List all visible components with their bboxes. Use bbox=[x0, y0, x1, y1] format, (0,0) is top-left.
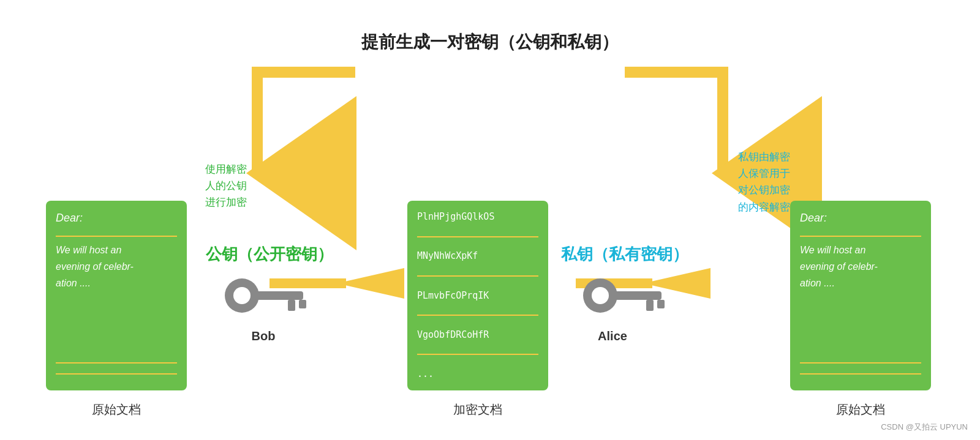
doc-left-label: 原始文档 bbox=[46, 401, 187, 418]
svg-rect-15 bbox=[657, 300, 665, 308]
page-title: 提前生成一对密钥（公钥和私钥） bbox=[361, 31, 619, 54]
enc-sep-3 bbox=[417, 315, 538, 316]
doc-right-line3 bbox=[800, 373, 921, 375]
enc-sep-1 bbox=[417, 236, 538, 237]
svg-rect-9 bbox=[288, 300, 295, 311]
enc-card: PlnHPjghGQlkOS MNyNhWcXpKf PLmvbFcOPrqIK… bbox=[407, 201, 548, 390]
alice-label: Alice bbox=[564, 329, 662, 343]
doc-right-line2 bbox=[800, 362, 921, 364]
svg-rect-5 bbox=[576, 278, 652, 288]
private-key-label: 私钥（私有密钥） bbox=[551, 244, 698, 265]
bob-label: Bob bbox=[214, 329, 312, 343]
enc-label: 加密文档 bbox=[407, 401, 548, 418]
enc-line-2: MNyNhWcXpKf bbox=[417, 248, 538, 264]
enc-line-5: ... bbox=[417, 367, 434, 382]
diagram-area: Dear: We will host anevening of celebr-a… bbox=[12, 66, 968, 421]
watermark: CSDN @又拍云 UPYUN bbox=[881, 422, 968, 433]
doc-right-dear: Dear: bbox=[800, 212, 921, 225]
svg-rect-14 bbox=[646, 300, 654, 311]
svg-rect-8 bbox=[254, 291, 303, 300]
doc-card-left: Dear: We will host anevening of celebr-a… bbox=[46, 201, 187, 390]
svg-point-12 bbox=[592, 287, 609, 304]
doc-left-line1 bbox=[56, 236, 177, 237]
svg-rect-10 bbox=[299, 300, 306, 308]
doc-left-line2 bbox=[56, 362, 177, 364]
annot-right: 私钥由解密人保管用于对公钥加密的内容解密 bbox=[738, 149, 790, 215]
doc-left-line3 bbox=[56, 373, 177, 375]
doc-left-dear: Dear: bbox=[56, 212, 177, 225]
svg-point-7 bbox=[233, 287, 251, 304]
enc-line-3: PLmvbFcOPrqIK bbox=[417, 288, 538, 304]
annot-left: 使用解密人的公钥进行加密 bbox=[205, 161, 247, 211]
svg-marker-2 bbox=[337, 268, 404, 299]
svg-rect-3 bbox=[270, 278, 346, 288]
main-container: 提前生成一对密钥（公钥和私钥） bbox=[0, 0, 980, 440]
svg-rect-13 bbox=[612, 291, 662, 300]
svg-point-6 bbox=[225, 278, 259, 313]
enc-sep-4 bbox=[417, 354, 538, 355]
doc-card-right: Dear: We will host anevening of celebr-a… bbox=[790, 201, 931, 390]
enc-line-1: PlnHPjghGQlkOS bbox=[417, 209, 538, 225]
doc-left-text: We will host anevening of celebr-ation .… bbox=[56, 242, 177, 357]
svg-marker-4 bbox=[643, 268, 710, 299]
svg-point-11 bbox=[583, 278, 617, 313]
public-key-label: 公钥（公开密钥） bbox=[196, 244, 343, 265]
doc-right-text: We will host anevening of celebr-ation .… bbox=[800, 242, 921, 357]
enc-line-4: VgoObfDRCoHfR bbox=[417, 327, 538, 343]
enc-sep-2 bbox=[417, 275, 538, 277]
doc-right-label: 原始文档 bbox=[790, 401, 931, 418]
doc-right-line1 bbox=[800, 236, 921, 237]
